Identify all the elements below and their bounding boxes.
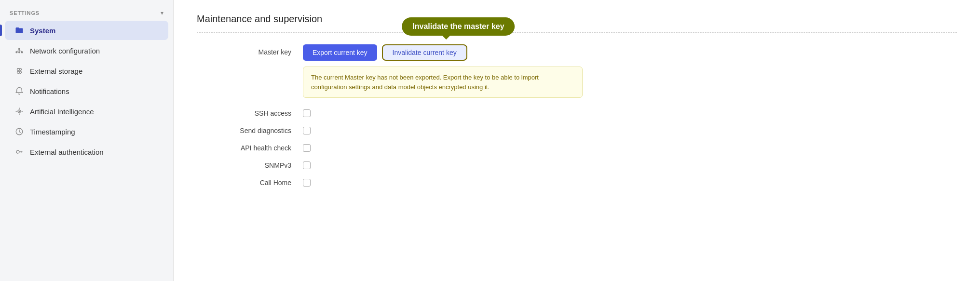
sidebar-section-label: SETTINGS: [10, 10, 40, 16]
invalidate-master-key-tooltip: Invalidate the master key: [402, 17, 515, 36]
svg-rect-0: [16, 52, 18, 54]
svg-line-5: [16, 51, 19, 52]
export-current-key-button[interactable]: Export current key: [303, 44, 377, 61]
key-icon: [14, 147, 24, 157]
ssh-access-label: SSH access: [197, 109, 303, 117]
sidebar-item-label: Network configuration: [30, 47, 100, 55]
ssh-access-checkbox[interactable]: [303, 109, 311, 117]
api-health-check-checkbox[interactable]: [303, 144, 311, 152]
master-key-buttons: Export current key Invalidate the master…: [303, 44, 583, 61]
send-diagnostics-row: Send diagnostics: [197, 127, 957, 134]
sidebar-item-system[interactable]: System: [5, 21, 168, 40]
snmpv3-row: SNMPv3: [197, 161, 957, 169]
master-key-controls: Export current key Invalidate the master…: [303, 44, 583, 98]
call-home-label: Call Home: [197, 179, 303, 187]
api-health-check-label: API health check: [197, 144, 303, 152]
sidebar: SETTINGS ▾ System Network configuration: [0, 0, 174, 281]
sidebar-header: SETTINGS ▾: [0, 4, 173, 20]
sidebar-item-label: External storage: [30, 67, 82, 75]
invalidate-current-key-button[interactable]: Invalidate current key: [382, 44, 467, 61]
master-key-warning: The current Master key has not been expo…: [303, 67, 583, 98]
ssh-access-row: SSH access: [197, 109, 957, 117]
svg-line-6: [19, 51, 22, 52]
sidebar-item-external-auth[interactable]: External authentication: [5, 142, 168, 161]
send-diagnostics-checkbox[interactable]: [303, 127, 311, 134]
api-health-check-row: API health check: [197, 144, 957, 152]
storage-icon: [14, 66, 24, 76]
svg-point-9: [17, 71, 20, 74]
svg-rect-2: [21, 52, 23, 54]
svg-point-18: [16, 150, 19, 153]
sidebar-item-label: External authentication: [30, 148, 104, 156]
svg-point-10: [19, 68, 22, 71]
sidebar-item-label: Artificial Intelligence: [30, 107, 94, 116]
folder-icon: [14, 26, 24, 35]
svg-rect-1: [18, 52, 20, 54]
sidebar-item-network-config[interactable]: Network configuration: [5, 41, 168, 60]
master-key-label: Master key: [197, 44, 303, 56]
chevron-down-icon[interactable]: ▾: [161, 10, 163, 16]
sidebar-item-timestamping[interactable]: Timestamping: [5, 122, 168, 141]
call-home-row: Call Home: [197, 179, 957, 187]
ai-icon: [14, 107, 24, 116]
call-home-checkbox[interactable]: [303, 179, 311, 187]
sidebar-item-label: Notifications: [30, 87, 69, 95]
send-diagnostics-label: Send diagnostics: [197, 127, 303, 134]
bell-icon: [14, 86, 24, 96]
network-icon: [14, 46, 24, 55]
sidebar-item-label: Timestamping: [30, 128, 75, 136]
sidebar-item-ai[interactable]: Artificial Intelligence: [5, 102, 168, 121]
snmpv3-checkbox[interactable]: [303, 161, 311, 169]
sidebar-item-notifications[interactable]: Notifications: [5, 81, 168, 101]
timestamp-icon: [14, 127, 24, 136]
svg-point-12: [19, 111, 20, 112]
snmpv3-label: SNMPv3: [197, 161, 303, 169]
sidebar-item-external-storage[interactable]: External storage: [5, 61, 168, 80]
sidebar-item-label: System: [30, 27, 55, 35]
page-title: Maintenance and supervision: [197, 13, 957, 33]
master-key-row: Master key Export current key Invalidate…: [197, 44, 957, 98]
main-content: Maintenance and supervision Master key E…: [174, 0, 980, 281]
invalidate-balloon-container: Invalidate the master key Invalidate cur…: [382, 44, 467, 61]
svg-rect-3: [18, 48, 20, 50]
